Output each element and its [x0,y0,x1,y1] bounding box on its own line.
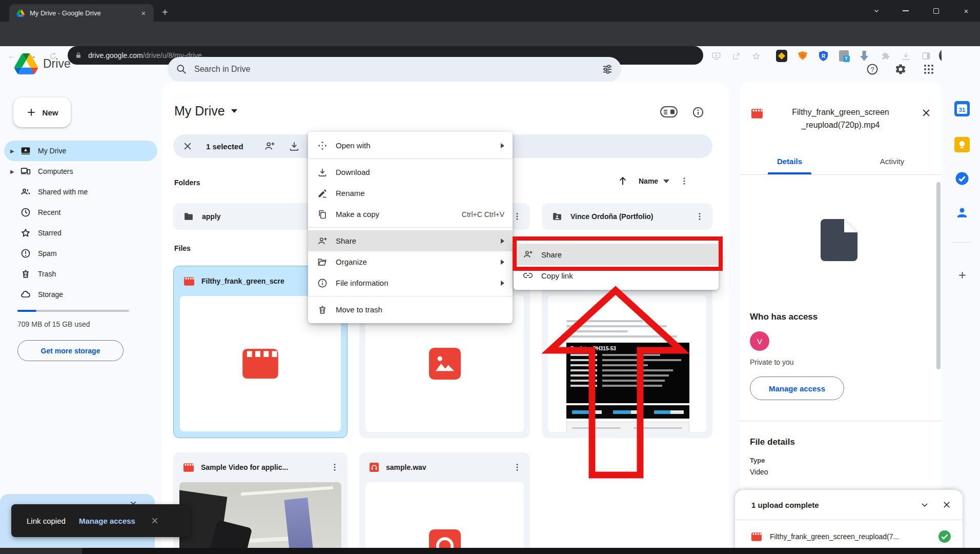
search-filter-icon[interactable] [602,64,613,75]
folder-icon [183,211,194,222]
upload-toast-title: 1 upload complete [751,501,920,509]
menu-item-label: File information [336,279,493,287]
share-page-icon[interactable] [728,48,744,64]
window-minimize-icon[interactable] [899,5,912,16]
menu-item-rename[interactable]: Rename [308,183,513,204]
menu-item-label: Share [336,236,493,245]
sidebar-item-trash[interactable]: Trash [4,264,157,284]
tasks-icon[interactable] [954,171,970,186]
folder-name: Vince Ordoña (Portfolio) [570,212,695,221]
expand-arrow-icon[interactable]: ▶ [10,148,17,154]
downloads-icon[interactable] [898,48,913,64]
menu-item-make-a-copy[interactable]: Make a copy Ctrl+C Ctrl+V [308,204,513,225]
extension-shield-icon[interactable]: R [815,48,831,64]
file-more-icon[interactable] [513,463,522,472]
details-info-icon[interactable] [692,106,704,118]
manage-access-button[interactable]: Manage access [750,377,844,400]
side-apps-strip [942,46,980,554]
menu-item-label: Download [336,168,504,176]
file-card-sample-wav[interactable]: sample.wav [359,452,530,554]
bookmark-star-icon[interactable] [748,48,764,64]
extension-t-card-icon[interactable]: T [836,48,851,64]
snackbar-action[interactable]: Manage access [79,517,135,525]
open-with-icon [317,141,328,151]
menu-item-label: Make a copy [336,210,454,219]
search-bar[interactable] [168,57,621,82]
menu-item-download[interactable]: Download [308,162,513,183]
files-section-label: Files [174,244,191,252]
tab-details[interactable]: Details [760,157,819,166]
sidebar-item-label: My Drive [38,147,66,155]
panel-close-icon[interactable] [921,108,931,118]
sidebar-item-my-drive[interactable]: ▶ My Drive [4,141,157,161]
help-icon[interactable] [866,63,879,75]
new-tab-button[interactable]: + [162,7,168,17]
add-apps-icon[interactable] [957,270,967,280]
folder-more-icon[interactable] [513,212,522,221]
toast-close-icon[interactable] [942,500,951,509]
title-caret-icon[interactable] [231,109,237,113]
menu-item-organize[interactable]: Organize [308,251,513,272]
page-title-row[interactable]: My Drive [174,104,237,118]
tab-activity[interactable]: Activity [863,157,922,166]
access-avatar[interactable]: V [750,331,769,351]
get-more-storage-button[interactable]: Get more storage [17,340,124,361]
extension-arrow-icon[interactable] [856,48,872,64]
panel-scrollbar[interactable] [936,182,941,369]
star-icon [21,228,31,238]
file-name: sample.wav [386,463,505,471]
settings-gear-icon[interactable] [894,63,907,75]
file-more-icon[interactable] [330,463,339,472]
file-card-sample-video[interactable]: Sample Video for applic... [173,452,348,554]
expand-arrow-icon[interactable]: ▶ [10,169,17,174]
tab-close-icon[interactable]: × [138,8,149,18]
install-app-icon[interactable] [708,48,724,64]
folder-more-icon[interactable] [695,212,704,221]
organize-folder-icon [317,257,328,267]
more-options-icon[interactable] [680,176,689,186]
sidebar-item-computers[interactable]: ▶ Computers [4,161,157,182]
menu-item-file-information[interactable]: File information [308,272,513,293]
submenu-arrow-icon [501,281,504,286]
drive-logo[interactable]: Drive [14,53,71,74]
folder-chip-vince-portfolio[interactable]: Vince Ordoña (Portfolio) [542,203,712,230]
sidebar-item-starred[interactable]: Starred [4,223,157,243]
share-person-add-icon [317,236,328,246]
sidebar-item-label: Spam [38,249,57,258]
new-button[interactable]: New [13,97,71,127]
share-person-add-icon[interactable] [264,141,275,152]
sidebar-item-shared-with-me[interactable]: Shared with me [4,182,157,202]
menu-item-open-with[interactable]: Open with [308,135,513,156]
submenu-item-label: Copy link [541,271,710,280]
search-input[interactable] [194,65,602,74]
download-icon[interactable] [289,141,300,152]
extension-crest-icon[interactable] [774,48,789,64]
menu-item-share[interactable]: Share [308,230,513,251]
menu-item-move-to-trash[interactable]: Move to trash [308,299,513,320]
view-toggle-icon[interactable] [660,106,678,117]
keep-icon[interactable] [954,137,970,152]
clear-selection-icon[interactable] [182,141,193,151]
app-name: Drive [43,57,71,71]
contacts-icon[interactable] [954,205,970,221]
window-maximize-icon[interactable] [929,5,943,16]
clock-icon [21,207,31,217]
window-close-icon[interactable]: × [959,5,973,16]
extension-metamask-icon[interactable] [795,48,810,64]
sort-direction-up-icon[interactable] [617,175,628,187]
sort-by-button[interactable]: Name [639,177,669,185]
apps-grid-icon[interactable] [923,63,935,75]
shared-people-icon [21,187,31,197]
calendar-icon[interactable] [954,101,970,116]
collapse-chevron-icon[interactable] [920,500,930,510]
window-chevron-icon[interactable] [870,5,883,16]
snackbar-close-icon[interactable] [151,517,159,525]
side-panel-icon[interactable] [918,48,934,64]
sidebar-item-spam[interactable]: Spam [4,243,157,264]
extensions-puzzle-icon[interactable] [877,48,893,64]
section-divider [740,421,942,421]
browser-tab[interactable]: My Drive - Google Drive × [9,4,154,22]
sidebar-item-storage[interactable]: Storage [4,284,157,305]
sidebar-item-recent[interactable]: Recent [4,202,157,223]
context-menu: Open with Download Rename Make a copy Ct… [308,132,513,323]
